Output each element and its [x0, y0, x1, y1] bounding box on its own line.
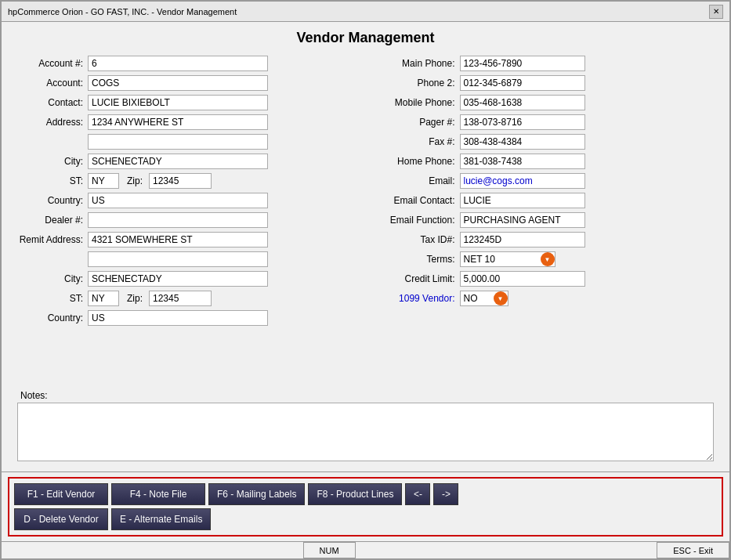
home-phone-input[interactable] [460, 154, 585, 169]
dealer-row: Dealer #: [17, 212, 358, 228]
email-function-label: Email Function: [374, 215, 460, 226]
close-button[interactable]: ✕ [709, 5, 723, 19]
remit-input[interactable] [88, 232, 268, 247]
home-phone-label: Home Phone: [374, 156, 460, 167]
email-contact-label: Email Contact: [374, 195, 460, 206]
mobile-label: Mobile Phone: [374, 97, 460, 108]
button-group: F1 - Edit Vendor F4 - Note File F6 - Mai… [8, 477, 723, 537]
terms-dropdown-button[interactable] [541, 252, 555, 266]
remit-country-row: Country: [17, 310, 358, 326]
vendor-1099-label: 1099 Vendor: [374, 293, 460, 304]
account-number-input[interactable] [88, 56, 268, 71]
f1-edit-vendor-button[interactable]: F1 - Edit Vendor [14, 483, 108, 505]
terms-label: Terms: [374, 254, 460, 265]
credit-limit-label: Credit Limit: [374, 273, 460, 284]
credit-limit-input[interactable] [460, 271, 585, 287]
form-area: Account #: Account: Contact: Address: [17, 56, 714, 387]
city-label: City: [17, 156, 88, 167]
vendor-1099-dropdown-button[interactable] [494, 291, 508, 305]
f4-note-file-button[interactable]: F4 - Note File [111, 483, 205, 505]
vendor-1099-value: NO [461, 291, 492, 305]
account-name-label: Account: [17, 78, 88, 89]
main-phone-input[interactable] [460, 56, 585, 71]
fax-row: Fax #: [374, 134, 715, 150]
email-function-input[interactable] [460, 212, 585, 228]
remit2-input[interactable] [88, 251, 268, 267]
num-status: NUM [303, 542, 356, 558]
right-column: Main Phone: Phone 2: Mobile Phone: Pager… [374, 56, 715, 387]
terms-dropdown[interactable]: NET 10 [460, 251, 555, 267]
tax-id-input[interactable] [460, 232, 585, 247]
contact-label: Contact: [17, 97, 88, 108]
left-column: Account #: Account: Contact: Address: [17, 56, 358, 387]
vendor-1099-row: 1099 Vendor: NO [374, 291, 715, 306]
phone2-input[interactable] [460, 75, 585, 91]
f6-mailing-labels-button[interactable]: F6 - Mailing Labels [208, 483, 305, 505]
remit-st-label: ST: [17, 293, 88, 304]
phone2-row: Phone 2: [374, 75, 715, 91]
remit-country-label: Country: [17, 313, 88, 323]
mobile-input[interactable] [460, 95, 585, 110]
remit-state-input[interactable] [88, 291, 119, 306]
remit-st-zip-group: Zip: [88, 291, 212, 306]
terms-value: NET 10 [461, 252, 539, 266]
status-bar: NUM ESC - Exit [2, 541, 729, 558]
nav-prev-button[interactable]: <- [405, 483, 430, 505]
country-input[interactable] [88, 193, 268, 208]
remit-city-input[interactable] [88, 271, 268, 287]
e-alternate-emails-button[interactable]: E - Alternate Emails [111, 508, 211, 530]
st-zip-group: Zip: [88, 173, 212, 189]
esc-status: ESC - Exit [657, 542, 729, 558]
account-name-input[interactable] [88, 75, 268, 91]
email-contact-input[interactable] [460, 193, 585, 208]
f8-product-lines-button[interactable]: F8 - Product Lines [308, 483, 402, 505]
account-number-label: Account #: [17, 58, 88, 69]
mobile-row: Mobile Phone: [374, 95, 715, 110]
remit2-row [17, 251, 358, 267]
city-input[interactable] [88, 154, 268, 169]
state-input[interactable] [88, 173, 119, 189]
country-row: Country: [17, 193, 358, 208]
zip-label: Zip: [127, 175, 143, 186]
zip-input[interactable] [149, 173, 212, 189]
remit-city-row: City: [17, 271, 358, 287]
remit-zip-input[interactable] [149, 291, 212, 306]
btn-row-2: D - Delete Vendor E - Alternate Emails [14, 508, 717, 530]
vendor-1099-dropdown[interactable]: NO [460, 291, 508, 306]
account-number-row: Account #: [17, 56, 358, 71]
notes-textarea[interactable] [17, 403, 714, 461]
remit-country-input[interactable] [88, 310, 268, 326]
credit-limit-row: Credit Limit: [374, 271, 715, 287]
account-name-row: Account: [17, 75, 358, 91]
btn-row-1: F1 - Edit Vendor F4 - Note File F6 - Mai… [14, 483, 717, 505]
email-row: Email: [374, 173, 715, 189]
main-phone-row: Main Phone: [374, 56, 715, 71]
nav-next-button[interactable]: -> [433, 483, 458, 505]
fax-input[interactable] [460, 134, 585, 150]
terms-row: Terms: NET 10 [374, 251, 715, 267]
pager-input[interactable] [460, 114, 585, 130]
title-bar: hpCommerce Orion - GO FAST, INC. - Vendo… [2, 2, 729, 22]
remit-zip-label: Zip: [127, 293, 143, 304]
email-input[interactable] [460, 173, 585, 189]
main-window: hpCommerce Orion - GO FAST, INC. - Vendo… [0, 0, 731, 560]
home-phone-row: Home Phone: [374, 154, 715, 169]
remit-label: Remit Address: [17, 234, 88, 245]
notes-label: Notes: [17, 390, 714, 401]
contact-input[interactable] [88, 95, 268, 110]
address-label: Address: [17, 117, 88, 128]
address-input[interactable] [88, 114, 268, 130]
d-delete-vendor-button[interactable]: D - Delete Vendor [14, 508, 108, 530]
address2-input[interactable] [88, 134, 268, 150]
dealer-input[interactable] [88, 212, 268, 228]
contact-row: Contact: [17, 95, 358, 110]
email-label: Email: [374, 175, 460, 186]
pager-row: Pager #: [374, 114, 715, 130]
tax-id-row: Tax ID#: [374, 232, 715, 247]
st-zip-row: ST: Zip: [17, 173, 358, 189]
dealer-label: Dealer #: [17, 215, 88, 226]
address-row: Address: [17, 114, 358, 130]
phone2-label: Phone 2: [374, 78, 460, 89]
tax-id-label: Tax ID#: [374, 234, 460, 245]
address2-row [17, 134, 358, 150]
